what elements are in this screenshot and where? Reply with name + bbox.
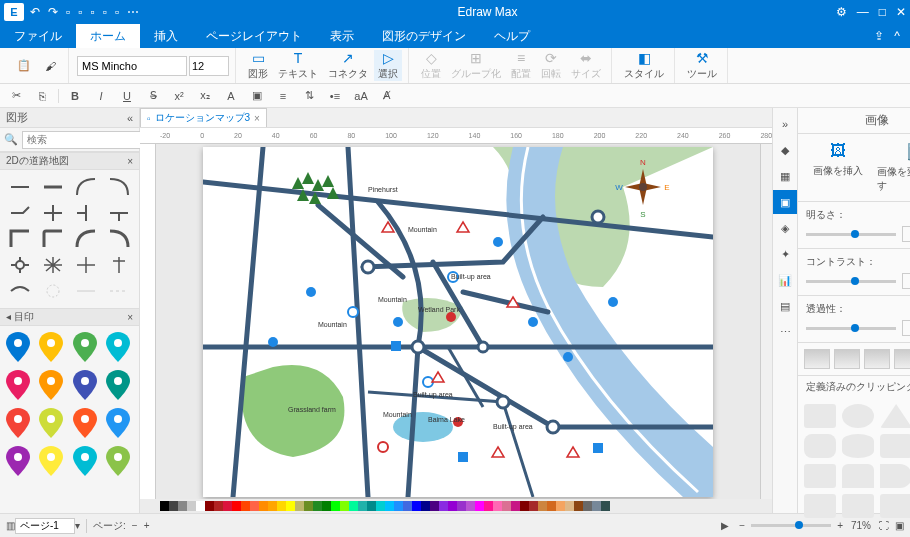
map-pin[interactable] <box>39 446 66 478</box>
clip-shape[interactable] <box>804 434 836 458</box>
tab-file[interactable]: ファイル <box>0 24 76 48</box>
fit-page-button[interactable]: ⛶ <box>879 520 889 531</box>
bullets-button[interactable]: •≡ <box>325 86 345 106</box>
document-tab[interactable]: ▫ ロケーションマップ3 × <box>140 108 267 127</box>
color-swatch[interactable] <box>250 501 259 511</box>
color-swatch[interactable] <box>520 501 529 511</box>
map-pin[interactable] <box>39 408 66 440</box>
expand-right-icon[interactable]: » <box>773 112 797 136</box>
brightness-value[interactable]: 0 <box>902 226 910 242</box>
color-swatch[interactable] <box>448 501 457 511</box>
size-tool[interactable]: ⬌サイズ <box>567 50 605 81</box>
color-swatch[interactable] <box>178 501 187 511</box>
layers-icon[interactable]: ◈ <box>773 216 797 240</box>
map-pin[interactable] <box>106 332 133 364</box>
redo-button[interactable]: ↷ <box>48 5 58 19</box>
close-button[interactable]: ✕ <box>896 5 906 19</box>
map-pin[interactable] <box>73 370 100 402</box>
group-tool[interactable]: ⊞グループ化 <box>447 50 505 81</box>
color-swatch[interactable] <box>385 501 394 511</box>
maximize-button[interactable]: □ <box>879 5 886 19</box>
road-shape[interactable] <box>6 254 35 276</box>
color-swatch[interactable] <box>304 501 313 511</box>
clip-shape[interactable] <box>842 464 874 488</box>
effect-preset[interactable] <box>864 349 890 369</box>
minimize-button[interactable]: — <box>857 5 869 19</box>
road-shape[interactable] <box>72 202 101 224</box>
settings-icon[interactable]: ⚙ <box>836 5 847 19</box>
clip-shape[interactable] <box>880 464 910 488</box>
color-swatch[interactable] <box>394 501 403 511</box>
qat-more-icon[interactable]: ⋯ <box>127 5 139 19</box>
qat-open-icon[interactable]: ▫ <box>78 5 82 19</box>
clip-shape[interactable] <box>842 494 874 518</box>
style-tool[interactable]: ◧スタイル <box>620 50 668 81</box>
collapse-left-icon[interactable]: « <box>127 112 133 124</box>
strike-button[interactable]: S̶ <box>143 86 163 106</box>
effect-preset[interactable] <box>804 349 830 369</box>
color-swatch[interactable] <box>583 501 592 511</box>
road-shape[interactable] <box>39 176 68 198</box>
tab-page-layout[interactable]: ページレイアウト <box>192 24 316 48</box>
shape-tool[interactable]: ▭図形 <box>244 50 272 81</box>
page[interactable]: N S E W Pinehurst Mountain Mountain Moun… <box>203 147 713 497</box>
transparency-value[interactable]: 0 <box>902 320 910 336</box>
map-pin[interactable] <box>39 370 66 402</box>
color-swatch[interactable] <box>556 501 565 511</box>
superscript-button[interactable]: x² <box>169 86 189 106</box>
effect-preset[interactable] <box>834 349 860 369</box>
color-swatch[interactable] <box>268 501 277 511</box>
color-swatch[interactable] <box>484 501 493 511</box>
color-swatch[interactable] <box>205 501 214 511</box>
qat-save-icon[interactable]: ▫ <box>91 5 95 19</box>
clip-shape[interactable] <box>804 464 836 488</box>
tab-insert[interactable]: 挿入 <box>140 24 192 48</box>
zoom-slider[interactable] <box>751 524 831 527</box>
color-swatch[interactable] <box>214 501 223 511</box>
paste-button[interactable]: 📋 <box>12 54 36 78</box>
color-swatch[interactable] <box>232 501 241 511</box>
format-painter-button[interactable]: 🖌 <box>38 54 62 78</box>
color-swatch[interactable] <box>511 501 520 511</box>
align-left-button[interactable]: ≡ <box>273 86 293 106</box>
road-shape[interactable] <box>72 176 101 198</box>
color-swatch[interactable] <box>160 501 169 511</box>
contrast-slider[interactable] <box>806 280 896 283</box>
image-icon[interactable]: ▣ <box>773 190 797 214</box>
map-pin[interactable] <box>73 408 100 440</box>
section-2d-road-map[interactable]: 2Dの道路地図× <box>0 152 139 170</box>
color-swatch[interactable] <box>403 501 412 511</box>
map-pin[interactable] <box>73 332 100 364</box>
color-swatch[interactable] <box>565 501 574 511</box>
color-swatch[interactable] <box>547 501 556 511</box>
prev-page-button[interactable]: − <box>132 520 138 531</box>
road-shape[interactable] <box>6 228 35 250</box>
color-swatch[interactable] <box>259 501 268 511</box>
share-icon[interactable]: ⇪ <box>874 29 884 43</box>
tab-home[interactable]: ホーム <box>76 24 140 48</box>
connector-tool[interactable]: ↗コネクタ <box>324 50 372 81</box>
color-swatch[interactable] <box>466 501 475 511</box>
color-swatch[interactable] <box>601 501 610 511</box>
clip-shape[interactable] <box>842 434 874 458</box>
clip-shape[interactable] <box>880 404 910 428</box>
color-swatch[interactable] <box>502 501 511 511</box>
color-swatch[interactable] <box>196 501 205 511</box>
zoom-in-button[interactable]: + <box>837 520 843 531</box>
road-shape[interactable] <box>104 176 133 198</box>
next-page-button[interactable]: + <box>144 520 150 531</box>
tool-button[interactable]: ⚒ツール <box>683 50 721 81</box>
road-shape[interactable] <box>39 228 68 250</box>
scrollbar-vertical[interactable] <box>760 144 772 499</box>
clear-format-button[interactable]: A̸ <box>377 86 397 106</box>
qat-export-icon[interactable]: ▫ <box>115 5 119 19</box>
contrast-value[interactable]: 0 <box>902 273 910 289</box>
map-pin[interactable] <box>6 446 33 478</box>
tab-help[interactable]: ヘルプ <box>480 24 544 48</box>
color-swatch[interactable] <box>241 501 250 511</box>
font-color-button[interactable]: A <box>221 86 241 106</box>
color-swatch[interactable] <box>169 501 178 511</box>
color-swatch[interactable] <box>349 501 358 511</box>
color-swatch[interactable] <box>322 501 331 511</box>
road-shape[interactable] <box>104 254 133 276</box>
